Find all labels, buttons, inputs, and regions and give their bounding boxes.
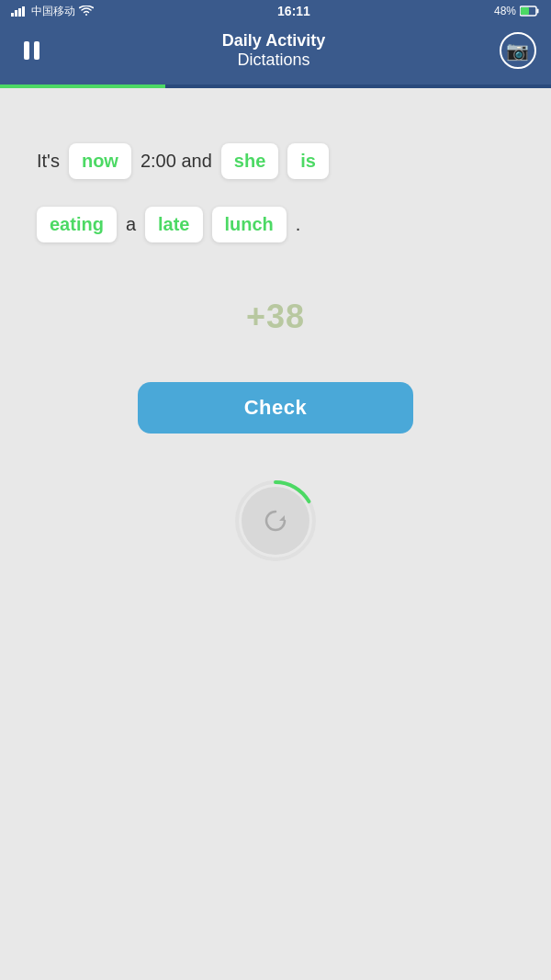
word-period: . (296, 214, 301, 235)
pause-icon (21, 40, 41, 61)
replay-container (234, 479, 317, 562)
svg-marker-9 (279, 515, 285, 521)
svg-rect-2 (18, 8, 21, 17)
title-line2: Dictations (222, 51, 325, 70)
battery-label: 48% (494, 5, 516, 17)
svg-rect-0 (11, 13, 14, 17)
replay-icon (262, 507, 289, 535)
sentence-row-1: It's now 2:00 and she is (37, 143, 514, 179)
camera-button[interactable]: 📷 (500, 32, 536, 69)
sentence-area: It's now 2:00 and she is eating a late l… (37, 143, 514, 242)
status-left: 中国移动 (11, 4, 94, 19)
app-header: Daily Activity Dictations 📷 (0, 22, 551, 84)
word-2and: 2:00 and (141, 151, 212, 172)
word-its: It's (37, 151, 60, 172)
score-display: +38 (246, 298, 305, 336)
svg-rect-3 (22, 6, 25, 17)
status-bar: 中国移动 16:11 48% (0, 0, 551, 22)
check-button[interactable]: Check (138, 382, 413, 434)
time-label: 16:11 (277, 4, 310, 18)
chip-eating[interactable]: eating (37, 207, 117, 242)
wifi-icon (79, 6, 94, 17)
battery-icon (520, 6, 540, 17)
chip-lunch[interactable]: lunch (212, 207, 287, 242)
svg-rect-6 (521, 7, 529, 15)
header-title: Daily Activity Dictations (222, 31, 325, 70)
chip-late[interactable]: late (145, 207, 202, 242)
camera-icon: 📷 (506, 39, 529, 62)
chip-she[interactable]: she (221, 143, 278, 179)
word-a: a (126, 214, 136, 235)
status-right: 48% (494, 5, 540, 17)
pause-button[interactable] (15, 34, 48, 67)
chip-is[interactable]: is (287, 143, 329, 179)
title-line1: Daily Activity (222, 31, 325, 51)
carrier-label: 中国移动 (31, 4, 75, 19)
svg-rect-1 (15, 10, 17, 17)
signal-icon (11, 6, 28, 17)
replay-button[interactable] (242, 487, 309, 555)
svg-rect-5 (537, 9, 539, 14)
chip-now[interactable]: now (69, 143, 131, 179)
main-content: It's now 2:00 and she is eating a late l… (0, 88, 551, 887)
sentence-row-2: eating a late lunch . (37, 207, 514, 242)
